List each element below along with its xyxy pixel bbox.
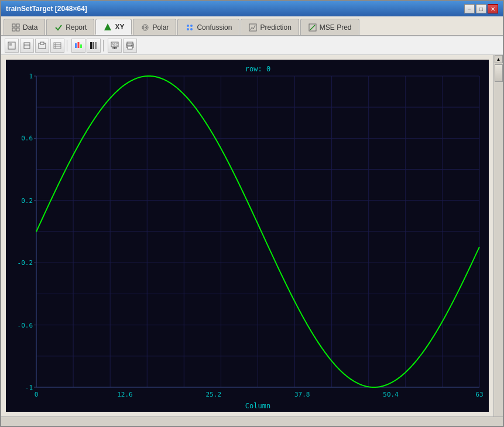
svg-rect-20 <box>24 43 30 49</box>
confusion-icon <box>185 23 194 32</box>
window-controls: − □ ✕ <box>464 4 498 13</box>
svg-rect-0 <box>12 24 15 27</box>
toolbar-btn-5[interactable] <box>71 39 85 53</box>
svg-point-41 <box>131 44 132 46</box>
check-icon <box>54 23 63 32</box>
svg-rect-32 <box>92 42 94 49</box>
svg-text:ABC: ABC <box>112 43 118 46</box>
svg-rect-28 <box>75 43 77 48</box>
prediction-icon <box>248 23 258 32</box>
tabs-bar: Data Report XY <box>1 16 503 36</box>
toolbar-btn-6[interactable] <box>87 39 101 53</box>
toolbar-btn-print[interactable] <box>123 39 137 53</box>
svg-point-11 <box>190 28 193 30</box>
main-window: trainSetTarget [2048×64] − □ ✕ Data <box>0 0 504 427</box>
chart-canvas <box>6 60 489 412</box>
toolbar: ABC <box>1 36 503 55</box>
svg-rect-40 <box>128 46 132 49</box>
tab-report-label: Report <box>66 23 87 32</box>
scroll-thumb[interactable] <box>495 64 503 82</box>
tab-data[interactable]: Data <box>4 19 45 35</box>
chart-area: ▲ <box>1 55 503 416</box>
window-title: trainSetTarget [2048×64] <box>6 5 87 13</box>
grid-icon <box>11 23 20 32</box>
tab-polar[interactable]: Polar <box>133 19 176 35</box>
chart-container <box>6 60 489 412</box>
toolbar-btn-3[interactable] <box>35 39 49 53</box>
svg-rect-24 <box>54 43 61 49</box>
svg-line-14 <box>252 27 253 29</box>
svg-line-15 <box>253 25 255 29</box>
tab-msepred-label: MSE Pred <box>320 23 352 32</box>
svg-point-7 <box>145 27 146 28</box>
toolbar-sep-1 <box>67 40 69 51</box>
svg-point-8 <box>187 25 189 27</box>
svg-marker-4 <box>104 23 111 30</box>
tab-confusion-label: Confussion <box>197 23 232 32</box>
toolbar-sep-2 <box>103 40 105 51</box>
vertical-scrollbar[interactable]: ▲ <box>493 55 503 416</box>
tab-xy-label: XY <box>115 23 124 31</box>
tab-data-label: Data <box>23 23 37 32</box>
toolbar-btn-1[interactable] <box>5 39 19 53</box>
svg-rect-23 <box>40 42 44 44</box>
tab-xy[interactable]: XY <box>95 19 132 35</box>
svg-rect-1 <box>16 24 19 27</box>
toolbar-btn-2[interactable] <box>20 39 34 53</box>
svg-rect-29 <box>78 42 80 48</box>
toolbar-btn-7[interactable]: ABC <box>108 39 122 53</box>
tab-report[interactable]: Report <box>46 19 94 35</box>
close-button[interactable]: ✕ <box>488 4 498 13</box>
polar-icon <box>140 23 150 32</box>
title-bar: trainSetTarget [2048×64] − □ ✕ <box>1 1 503 16</box>
tab-prediction-label: Prediction <box>260 23 291 32</box>
svg-rect-12 <box>249 24 256 31</box>
scroll-up-arrow[interactable]: ▲ <box>495 55 503 63</box>
svg-point-10 <box>187 28 189 30</box>
tab-confusion[interactable]: Confussion <box>177 19 239 35</box>
svg-rect-3 <box>16 28 19 31</box>
svg-rect-30 <box>80 44 82 48</box>
xy-icon <box>103 22 112 32</box>
maximize-button[interactable]: □ <box>476 4 486 13</box>
tab-prediction[interactable]: Prediction <box>241 19 299 35</box>
svg-line-13 <box>251 27 252 30</box>
svg-line-17 <box>310 25 315 30</box>
svg-point-9 <box>190 25 193 27</box>
svg-rect-33 <box>95 42 97 49</box>
svg-rect-31 <box>90 42 92 49</box>
tab-polar-label: Polar <box>152 23 169 32</box>
horizontal-scrollbar[interactable] <box>1 416 503 426</box>
toolbar-btn-4[interactable] <box>50 39 64 53</box>
svg-rect-19 <box>9 43 12 46</box>
mse-icon <box>308 23 317 32</box>
tab-msepred[interactable]: MSE Pred <box>300 19 359 35</box>
svg-rect-2 <box>12 28 15 31</box>
minimize-button[interactable]: − <box>464 4 475 13</box>
